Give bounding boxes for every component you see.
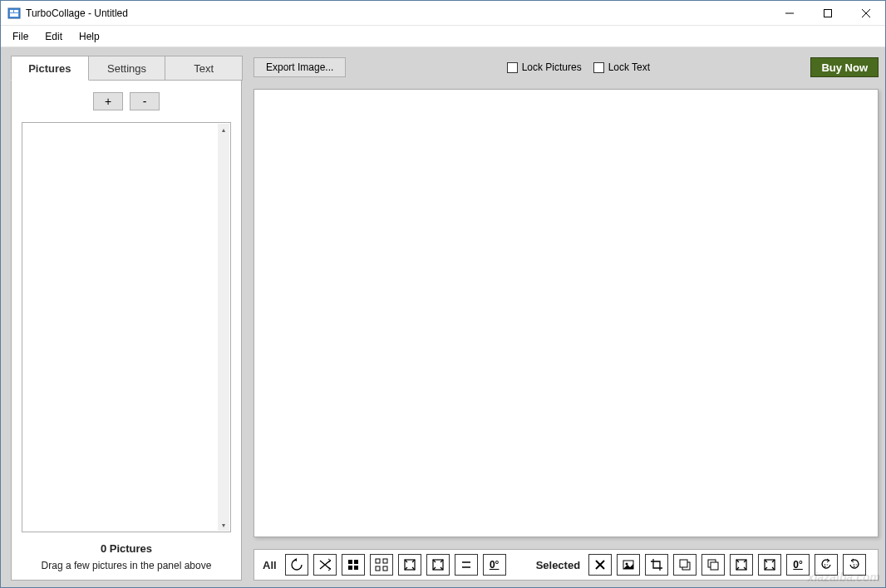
buy-now-button[interactable]: Buy Now (810, 57, 879, 77)
selected-label: Selected (536, 559, 580, 571)
svg-rect-27 (680, 560, 687, 567)
tab-settings[interactable]: Settings (88, 56, 166, 81)
app-icon (7, 7, 21, 20)
scroll-up-icon[interactable]: ▴ (218, 124, 229, 135)
svg-rect-17 (383, 566, 387, 571)
app-window: TurboCollage - Untitled File Edit Help P… (0, 0, 886, 588)
delete-selected-button[interactable] (588, 554, 612, 576)
menubar: File Edit Help (1, 26, 885, 47)
svg-rect-12 (348, 566, 352, 570)
send-back-button[interactable] (701, 554, 725, 576)
lock-text-label: Lock Text (608, 61, 650, 73)
svg-rect-1 (10, 10, 13, 12)
reset-rotation-selected-button[interactable]: 0° (786, 554, 810, 576)
window-controls (770, 1, 885, 25)
remove-picture-button[interactable]: - (130, 92, 160, 110)
collage-canvas[interactable] (253, 89, 879, 537)
lock-text-checkbox[interactable]: Lock Text (593, 61, 650, 73)
lock-pictures-checkbox[interactable]: Lock Pictures (507, 61, 582, 73)
refresh-all-button[interactable] (285, 554, 308, 576)
svg-text:1°: 1° (853, 563, 858, 568)
titlebar: TurboCollage - Untitled (1, 1, 885, 26)
equalize-all-button[interactable] (455, 554, 478, 576)
crop-selected-button[interactable] (645, 554, 668, 576)
svg-rect-29 (711, 562, 718, 570)
svg-rect-16 (376, 566, 380, 571)
lock-pictures-label: Lock Pictures (522, 61, 582, 73)
fit-out-all-button[interactable] (398, 554, 421, 576)
picture-list[interactable]: ▴ ▾ (22, 122, 231, 532)
reset-rotation-all-button[interactable]: 0° (483, 554, 506, 576)
svg-rect-11 (354, 560, 358, 564)
svg-rect-5 (824, 9, 832, 17)
maximize-button[interactable] (809, 1, 847, 25)
picture-count: 0 Pictures (101, 542, 152, 555)
svg-rect-2 (14, 10, 18, 12)
tab-bar: Pictures Settings Text (11, 56, 242, 81)
tab-pictures[interactable]: Pictures (11, 56, 89, 81)
fit-in-selected-button[interactable] (758, 554, 781, 576)
picture-list-scrollbar[interactable]: ▴ ▾ (218, 124, 229, 531)
svg-rect-10 (348, 560, 352, 564)
svg-rect-15 (383, 559, 387, 563)
left-panel: Pictures Settings Text + - ▴ ▾ 0 Picture… (11, 56, 242, 581)
menu-file[interactable]: File (4, 28, 37, 45)
zero-deg-label: 0° (490, 559, 499, 571)
bottom-toolbar: All (253, 549, 879, 581)
grid-gap-all-button[interactable] (370, 554, 393, 576)
svg-rect-3 (10, 13, 18, 17)
image-selected-button[interactable] (617, 554, 640, 576)
shuffle-all-button[interactable] (313, 554, 337, 576)
picture-buttons: + - (93, 92, 160, 110)
tab-text[interactable]: Text (165, 56, 243, 81)
rotate-ccw-button[interactable]: 1° (815, 554, 838, 576)
lock-options: Lock Pictures Lock Text (507, 61, 651, 73)
fit-out-selected-button[interactable] (730, 554, 753, 576)
pictures-tab-body: + - ▴ ▾ 0 Pictures Drag a few pictures i… (11, 81, 242, 581)
top-toolbar: Export Image... Lock Pictures Lock Text … (253, 56, 879, 79)
fit-in-all-button[interactable] (426, 554, 450, 576)
bring-front-button[interactable] (673, 554, 696, 576)
svg-rect-13 (354, 566, 358, 570)
picture-hint: Drag a few pictures in the panel above (42, 560, 212, 571)
scroll-down-icon[interactable]: ▾ (218, 519, 229, 531)
window-title: TurboCollage - Untitled (26, 7, 770, 19)
content-area: Pictures Settings Text + - ▴ ▾ 0 Picture… (1, 47, 885, 587)
export-button[interactable]: Export Image... (253, 57, 346, 77)
checkbox-icon (507, 62, 518, 73)
checkbox-icon (593, 62, 604, 73)
right-panel: Export Image... Lock Pictures Lock Text … (253, 56, 879, 581)
close-button[interactable] (847, 1, 885, 25)
grid-all-button[interactable] (342, 554, 365, 576)
all-label: All (263, 559, 277, 571)
menu-help[interactable]: Help (71, 28, 108, 45)
rotate-cw-button[interactable]: 1° (843, 554, 866, 576)
svg-text:1°: 1° (824, 563, 829, 568)
add-picture-button[interactable]: + (93, 92, 123, 110)
minimize-button[interactable] (770, 1, 809, 25)
zero-deg-label: 0° (793, 559, 802, 571)
svg-rect-14 (376, 559, 380, 563)
menu-edit[interactable]: Edit (37, 28, 71, 45)
